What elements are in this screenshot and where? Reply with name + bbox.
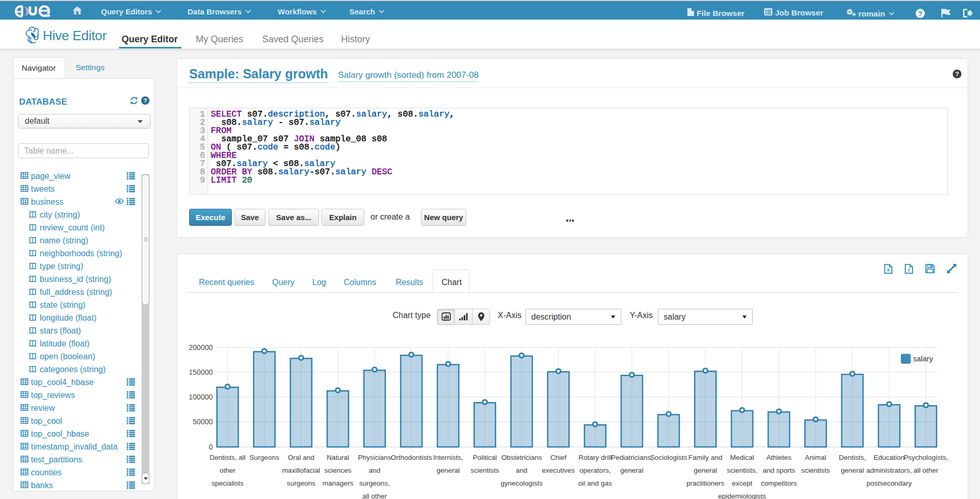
svg-text:?: ? xyxy=(143,97,147,104)
svg-text:Physicians: Physicians xyxy=(358,454,392,461)
svg-text:Family and: Family and xyxy=(688,454,722,461)
svg-text:100000: 100000 xyxy=(189,393,213,401)
svg-text:Surgeons: Surgeons xyxy=(249,454,279,461)
svg-text:sciences: sciences xyxy=(324,467,351,474)
svg-text:Internists,: Internists, xyxy=(433,454,463,461)
svg-text:competitors: competitors xyxy=(761,479,797,487)
svg-text:150000: 150000 xyxy=(189,368,213,376)
svg-text:Pediatricians,: Pediatricians, xyxy=(611,454,653,461)
svg-text:x: x xyxy=(887,267,890,273)
svg-text:epidemiologists: epidemiologists xyxy=(718,492,766,499)
svg-text:200000: 200000 xyxy=(189,343,213,352)
svg-text:0: 0 xyxy=(209,443,213,451)
svg-text:Animal: Animal xyxy=(805,454,826,461)
svg-text:maxillofacial: maxillofacial xyxy=(282,467,320,474)
svg-text:all other: all other xyxy=(362,492,387,499)
svg-text:scientists,: scientists, xyxy=(727,467,757,474)
svg-text:surgeons: surgeons xyxy=(287,479,316,487)
svg-text:scientists: scientists xyxy=(801,467,830,474)
svg-text:operators,: operators, xyxy=(580,467,611,474)
svg-text:Political: Political xyxy=(473,454,497,461)
svg-text:Rotary drill: Rotary drill xyxy=(579,454,612,461)
svg-text:postsecondary: postsecondary xyxy=(867,479,912,487)
svg-text:Education: Education xyxy=(874,454,905,461)
svg-text:Athletes: Athletes xyxy=(766,454,791,461)
svg-text:Medical: Medical xyxy=(730,454,754,461)
svg-text:Natural: Natural xyxy=(327,454,349,461)
svg-text:and: and xyxy=(516,467,528,474)
svg-text:salary: salary xyxy=(913,355,933,363)
svg-text:general: general xyxy=(436,467,460,474)
svg-text:specialists: specialists xyxy=(212,479,244,487)
svg-text:Dentists, all: Dentists, all xyxy=(210,454,246,461)
svg-text:Oral and: Oral and xyxy=(288,454,315,461)
svg-text:executives: executives xyxy=(542,467,575,474)
svg-text:?: ? xyxy=(955,71,959,78)
svg-text:Dentists,: Dentists, xyxy=(839,454,866,461)
svg-text:Orthodontists: Orthodontists xyxy=(391,454,432,461)
svg-text:and: and xyxy=(369,467,381,474)
svg-text:general: general xyxy=(620,467,644,474)
svg-text:scientists: scientists xyxy=(470,467,499,474)
svg-text:?: ? xyxy=(918,10,922,18)
svg-text:practitioners: practitioners xyxy=(686,479,724,487)
svg-text:Psychologists,: Psychologists, xyxy=(904,454,948,461)
svg-text:Sociologists: Sociologists xyxy=(650,454,687,461)
svg-text:administrators,: administrators, xyxy=(866,467,912,474)
svg-text:managers: managers xyxy=(323,479,353,487)
svg-text:oil and gas: oil and gas xyxy=(578,479,612,487)
svg-text:other: other xyxy=(219,467,235,474)
svg-text:50000: 50000 xyxy=(193,418,213,426)
svg-text:gynecologists: gynecologists xyxy=(500,479,543,487)
svg-text:and sports: and sports xyxy=(763,467,795,474)
svg-text:general: general xyxy=(694,467,717,474)
svg-text:Chief: Chief xyxy=(550,454,567,461)
svg-text:Obstetricians: Obstetricians xyxy=(501,454,542,461)
svg-text:all other: all other xyxy=(914,467,939,474)
svg-text:surgeons,: surgeons, xyxy=(359,479,390,487)
svg-text:general: general xyxy=(841,467,864,474)
svg-text:except: except xyxy=(732,479,752,487)
